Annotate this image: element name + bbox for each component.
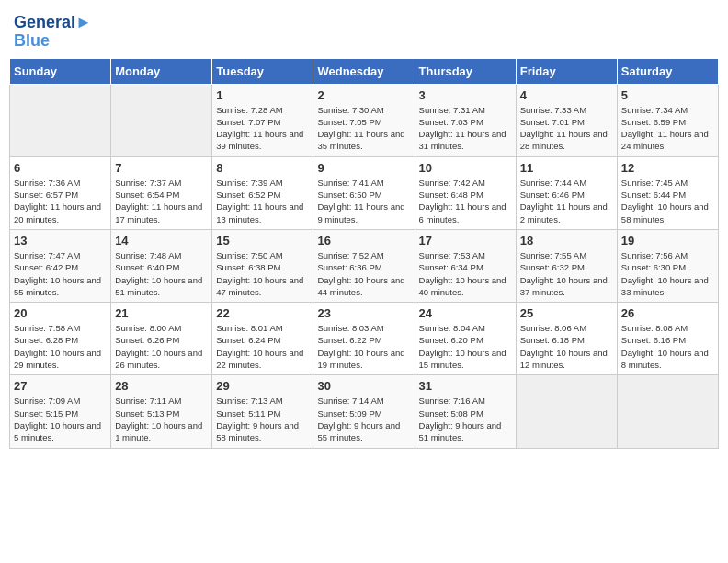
- calendar-cell: 9Sunrise: 7:41 AM Sunset: 6:50 PM Daylig…: [313, 156, 415, 229]
- day-number: 17: [419, 234, 512, 247]
- day-number: 20: [14, 306, 107, 320]
- calendar-cell: [111, 84, 212, 156]
- calendar-cell: 25Sunrise: 8:06 AM Sunset: 6:18 PM Dayli…: [516, 303, 617, 375]
- day-number: 1: [216, 88, 309, 102]
- calendar-cell: [617, 375, 718, 448]
- calendar-table: SundayMondayTuesdayWednesdayThursdayFrid…: [9, 58, 719, 449]
- calendar-cell: 16Sunrise: 7:52 AM Sunset: 6:36 PM Dayli…: [313, 229, 415, 302]
- day-detail: Sunrise: 7:50 AM Sunset: 6:38 PM Dayligh…: [216, 249, 309, 298]
- day-number: 16: [317, 234, 410, 247]
- day-of-week-header: Sunday: [10, 58, 111, 84]
- day-detail: Sunrise: 7:09 AM Sunset: 5:15 PM Dayligh…: [14, 395, 107, 443]
- day-number: 4: [520, 88, 613, 102]
- calendar-cell: 12Sunrise: 7:45 AM Sunset: 6:44 PM Dayli…: [617, 156, 718, 229]
- calendar-cell: 7Sunrise: 7:37 AM Sunset: 6:54 PM Daylig…: [111, 156, 212, 229]
- calendar-cell: 6Sunrise: 7:36 AM Sunset: 6:57 PM Daylig…: [10, 156, 111, 229]
- day-number: 10: [419, 161, 512, 175]
- day-of-week-header: Wednesday: [313, 58, 415, 84]
- calendar-cell: 21Sunrise: 8:00 AM Sunset: 6:26 PM Dayli…: [111, 303, 212, 375]
- day-number: 27: [14, 379, 107, 393]
- calendar-cell: 19Sunrise: 7:56 AM Sunset: 6:30 PM Dayli…: [617, 229, 718, 302]
- day-detail: Sunrise: 8:00 AM Sunset: 6:26 PM Dayligh…: [115, 322, 208, 371]
- calendar-cell: 10Sunrise: 7:42 AM Sunset: 6:48 PM Dayli…: [415, 156, 516, 229]
- day-number: 29: [216, 379, 309, 393]
- day-detail: Sunrise: 8:01 AM Sunset: 6:24 PM Dayligh…: [216, 322, 309, 371]
- day-detail: Sunrise: 7:53 AM Sunset: 6:34 PM Dayligh…: [419, 249, 512, 298]
- day-number: 25: [520, 306, 613, 320]
- day-number: 7: [115, 161, 208, 175]
- calendar-cell: 30Sunrise: 7:14 AM Sunset: 5:09 PM Dayli…: [313, 375, 415, 448]
- day-detail: Sunrise: 7:44 AM Sunset: 6:46 PM Dayligh…: [520, 177, 613, 225]
- logo: General► Blue: [14, 14, 92, 51]
- day-detail: Sunrise: 7:52 AM Sunset: 6:36 PM Dayligh…: [317, 249, 410, 298]
- day-number: 2: [317, 88, 410, 102]
- calendar-body: 1Sunrise: 7:28 AM Sunset: 7:07 PM Daylig…: [10, 84, 719, 448]
- day-detail: Sunrise: 7:45 AM Sunset: 6:44 PM Dayligh…: [621, 177, 714, 225]
- day-detail: Sunrise: 8:04 AM Sunset: 6:20 PM Dayligh…: [419, 322, 512, 371]
- day-number: 30: [317, 379, 410, 393]
- day-detail: Sunrise: 7:41 AM Sunset: 6:50 PM Dayligh…: [317, 177, 410, 225]
- day-number: 26: [621, 306, 714, 320]
- calendar-cell: [516, 375, 617, 448]
- day-number: 31: [419, 379, 512, 393]
- day-of-week-header: Friday: [516, 58, 617, 84]
- calendar-cell: 20Sunrise: 7:58 AM Sunset: 6:28 PM Dayli…: [10, 303, 111, 375]
- day-detail: Sunrise: 7:58 AM Sunset: 6:28 PM Dayligh…: [14, 322, 107, 371]
- day-detail: Sunrise: 7:36 AM Sunset: 6:57 PM Dayligh…: [14, 177, 107, 225]
- calendar-cell: [10, 84, 111, 156]
- day-detail: Sunrise: 7:11 AM Sunset: 5:13 PM Dayligh…: [115, 395, 208, 443]
- day-detail: Sunrise: 7:55 AM Sunset: 6:32 PM Dayligh…: [520, 249, 613, 298]
- calendar-cell: 28Sunrise: 7:11 AM Sunset: 5:13 PM Dayli…: [111, 375, 212, 448]
- calendar-week-row: 6Sunrise: 7:36 AM Sunset: 6:57 PM Daylig…: [10, 156, 719, 229]
- day-number: 5: [621, 88, 714, 102]
- logo-text: General►: [14, 14, 92, 32]
- days-of-week-row: SundayMondayTuesdayWednesdayThursdayFrid…: [10, 58, 719, 84]
- day-detail: Sunrise: 7:16 AM Sunset: 5:08 PM Dayligh…: [419, 395, 512, 443]
- day-number: 14: [115, 234, 208, 247]
- day-number: 22: [216, 306, 309, 320]
- calendar-cell: 18Sunrise: 7:55 AM Sunset: 6:32 PM Dayli…: [516, 229, 617, 302]
- calendar-cell: 17Sunrise: 7:53 AM Sunset: 6:34 PM Dayli…: [415, 229, 516, 302]
- day-detail: Sunrise: 8:08 AM Sunset: 6:16 PM Dayligh…: [621, 322, 714, 371]
- calendar-cell: 14Sunrise: 7:48 AM Sunset: 6:40 PM Dayli…: [111, 229, 212, 302]
- page-header: General► Blue: [9, 9, 719, 51]
- day-detail: Sunrise: 7:28 AM Sunset: 7:07 PM Dayligh…: [216, 104, 309, 153]
- calendar-cell: 3Sunrise: 7:31 AM Sunset: 7:03 PM Daylig…: [415, 84, 516, 156]
- day-detail: Sunrise: 7:34 AM Sunset: 6:59 PM Dayligh…: [621, 104, 714, 153]
- day-number: 9: [317, 161, 410, 175]
- calendar-cell: 8Sunrise: 7:39 AM Sunset: 6:52 PM Daylig…: [212, 156, 313, 229]
- day-detail: Sunrise: 7:48 AM Sunset: 6:40 PM Dayligh…: [115, 249, 208, 298]
- day-detail: Sunrise: 7:14 AM Sunset: 5:09 PM Dayligh…: [317, 395, 410, 443]
- day-detail: Sunrise: 8:06 AM Sunset: 6:18 PM Dayligh…: [520, 322, 613, 371]
- calendar-cell: 22Sunrise: 8:01 AM Sunset: 6:24 PM Dayli…: [212, 303, 313, 375]
- calendar-cell: 2Sunrise: 7:30 AM Sunset: 7:05 PM Daylig…: [313, 84, 415, 156]
- day-number: 11: [520, 161, 613, 175]
- day-number: 8: [216, 161, 309, 175]
- day-number: 13: [14, 234, 107, 247]
- calendar-cell: 11Sunrise: 7:44 AM Sunset: 6:46 PM Dayli…: [516, 156, 617, 229]
- calendar-cell: 1Sunrise: 7:28 AM Sunset: 7:07 PM Daylig…: [212, 84, 313, 156]
- day-detail: Sunrise: 7:30 AM Sunset: 7:05 PM Dayligh…: [317, 104, 410, 153]
- calendar-week-row: 13Sunrise: 7:47 AM Sunset: 6:42 PM Dayli…: [10, 229, 719, 302]
- day-number: 3: [419, 88, 512, 102]
- day-detail: Sunrise: 7:56 AM Sunset: 6:30 PM Dayligh…: [621, 249, 714, 298]
- day-number: 18: [520, 234, 613, 247]
- calendar-cell: 31Sunrise: 7:16 AM Sunset: 5:08 PM Dayli…: [415, 375, 516, 448]
- day-number: 6: [14, 161, 107, 175]
- calendar-week-row: 20Sunrise: 7:58 AM Sunset: 6:28 PM Dayli…: [10, 303, 719, 375]
- day-detail: Sunrise: 7:31 AM Sunset: 7:03 PM Dayligh…: [419, 104, 512, 153]
- day-number: 12: [621, 161, 714, 175]
- day-detail: Sunrise: 7:37 AM Sunset: 6:54 PM Dayligh…: [115, 177, 208, 225]
- calendar-cell: 26Sunrise: 8:08 AM Sunset: 6:16 PM Dayli…: [617, 303, 718, 375]
- calendar-cell: 4Sunrise: 7:33 AM Sunset: 7:01 PM Daylig…: [516, 84, 617, 156]
- day-detail: Sunrise: 7:39 AM Sunset: 6:52 PM Dayligh…: [216, 177, 309, 225]
- calendar-cell: 27Sunrise: 7:09 AM Sunset: 5:15 PM Dayli…: [10, 375, 111, 448]
- day-number: 28: [115, 379, 208, 393]
- day-number: 24: [419, 306, 512, 320]
- day-detail: Sunrise: 7:47 AM Sunset: 6:42 PM Dayligh…: [14, 249, 107, 298]
- day-number: 19: [621, 234, 714, 247]
- day-number: 23: [317, 306, 410, 320]
- calendar-cell: 13Sunrise: 7:47 AM Sunset: 6:42 PM Dayli…: [10, 229, 111, 302]
- day-of-week-header: Saturday: [617, 58, 718, 84]
- day-detail: Sunrise: 7:13 AM Sunset: 5:11 PM Dayligh…: [216, 395, 309, 443]
